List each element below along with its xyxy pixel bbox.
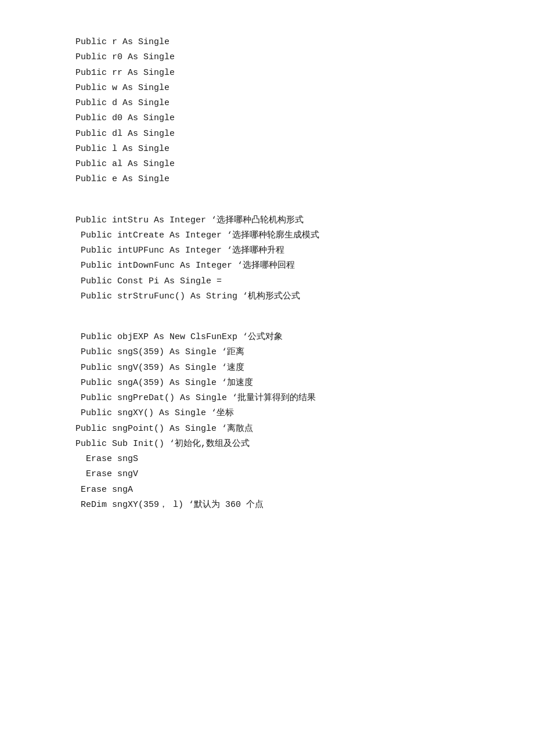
code-line: ReDim sngXY(359， l) ‘默认为 360 个点	[75, 498, 534, 513]
code-line: Public Const Pi As Single =	[75, 274, 534, 289]
code-line: Public strStruFunc() As String ‘机构形式公式	[75, 289, 534, 304]
code-line: Public w As Single	[75, 81, 534, 96]
code-line: Public r0 As Single	[75, 50, 534, 65]
code-line: Public l As Single	[75, 142, 534, 157]
code-line: Public d As Single	[75, 96, 534, 111]
code-line: Public r As Single	[75, 35, 534, 50]
blank-line	[75, 317, 534, 330]
code-content: Public r As SinglePublic r0 As SinglePub…	[0, 0, 534, 548]
code-line: Erase sngA	[75, 483, 534, 498]
code-line: Public sngPoint() As Single ‘离散点	[75, 422, 534, 437]
code-line: Public al As Single	[75, 157, 534, 172]
blank-line	[75, 188, 534, 200]
code-line: Public objEXP As New ClsFunExp ‘公式对象	[75, 330, 534, 345]
code-line: Public dl As Single	[75, 127, 534, 142]
code-line: Public Sub Init() ‘初始化,数组及公式	[75, 437, 534, 452]
code-line: Public intCreate As Integer ‘选择哪种轮廓生成模式	[75, 228, 534, 243]
code-line: Public sngXY() As Single ‘坐标	[75, 406, 534, 421]
code-line: Erase sngS	[75, 452, 534, 467]
blank-line	[75, 200, 534, 213]
code-line: Public intDownFunc As Integer ‘选择哪种回程	[75, 258, 534, 273]
code-line: Public intStru As Integer ‘选择哪种凸轮机构形式	[75, 213, 534, 228]
code-line: Pub1ic rr As Single	[75, 66, 534, 81]
blank-line	[75, 304, 534, 317]
code-line: Public intUPFunc As Integer ‘选择哪种升程	[75, 243, 534, 258]
code-line: Public sngS(359) As Single ‘距离	[75, 345, 534, 360]
code-line: Public sngPreDat() As Single ‘批量计算得到的结果	[75, 391, 534, 406]
code-line: Public e As Single	[75, 172, 534, 187]
code-line: Public sngV(359) As Single ‘速度	[75, 361, 534, 376]
code-line: Public sngA(359) As Single ‘加速度	[75, 376, 534, 391]
code-line: Public d0 As Single	[75, 111, 534, 126]
code-line: Erase sngV	[75, 467, 534, 482]
